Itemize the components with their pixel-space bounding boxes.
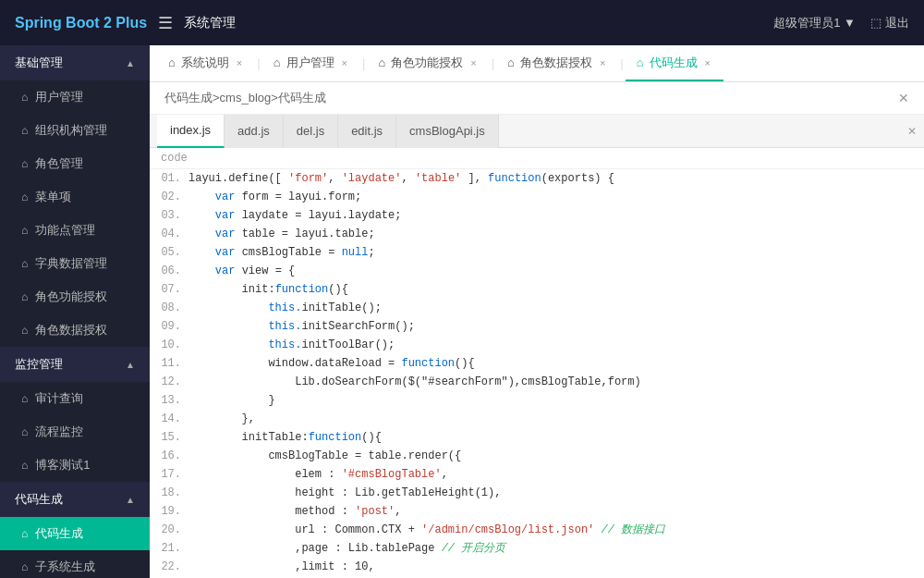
house-icon: ⌂ [21,392,28,405]
sidebar-group-basic-label: 基础管理 [15,55,63,71]
logout-button[interactable]: ⬚ 退出 [870,15,909,31]
file-tab-edit-label: edit.js [351,124,383,138]
tab-user-icon: ⌂ [274,55,281,69]
sidebar-item-flow[interactable]: ⌂ 流程监控 [0,415,150,449]
line-content: layui.define([ 'form', 'laydate', 'table… [188,170,614,187]
breadcrumb-close-button[interactable]: ✕ [898,91,909,105]
tab-role-data-close[interactable]: × [598,56,607,69]
sidebar-group-basic[interactable]: 基础管理 ▲ [0,45,150,80]
line-content: var cmsBlogTable = null; [188,244,375,261]
menu-toggle-button[interactable]: ☰ [158,13,173,33]
line-content: cmsBlogTable = table.render({ [188,448,461,464]
sidebar-item-sub-sys[interactable]: ⌂ 子系统生成 [0,550,150,578]
tab-role-data-icon: ⌂ [507,55,515,69]
sidebar-group-codegen[interactable]: 代码生成 ▲ [0,482,150,517]
code-line: 14. }, [150,410,924,428]
code-line: 08. this.initTable(); [150,299,924,317]
sidebar-item-role-data[interactable]: ⌂ 角色数据授权 [0,314,150,347]
house-icon: ⌂ [21,124,28,137]
sidebar-item-role-mgmt[interactable]: ⌂ 角色管理 [0,147,150,180]
line-number: 13. [150,392,188,409]
tab-role-perm-close[interactable]: × [468,56,478,69]
line-content: initTable:function(){ [188,429,382,446]
file-tab-index[interactable]: index.js [157,115,225,148]
line-content: var view = { [188,263,295,279]
sidebar-item-sub-sys-label: 子系统生成 [35,559,95,575]
line-number: 02. [150,189,188,205]
line-number: 21. [150,540,188,557]
sidebar-item-dict-mgmt[interactable]: ⌂ 字典数据管理 [0,247,150,280]
user-menu-button[interactable]: 超级管理员1 ▼ [773,15,856,31]
line-number: 04. [150,226,188,242]
code-line: 07. init:function(){ [150,280,924,299]
sidebar-group-monitor[interactable]: 监控管理 ▲ [0,347,150,382]
line-content: init:function(){ [188,281,348,298]
line-number: 07. [150,281,188,298]
sidebar-item-blog-test[interactable]: ⌂ 博客测试1 [0,449,150,482]
line-number: 22. [150,559,188,575]
file-tab-add[interactable]: add.js [225,115,284,148]
tab-intro[interactable]: ⌂ 系统说明 × [157,45,255,81]
code-line: 16. cmsBlogTable = table.render({ [150,447,924,465]
code-line: 06. var view = { [150,262,924,280]
code-line: 10. this.initToolBar(); [150,336,924,354]
code-header-label: code [150,148,924,169]
code-line: 11. window.dataReload = function(){ [150,354,924,373]
tab-role-data[interactable]: ⌂ 角色数据授权 × [496,45,618,81]
tab-role-perm[interactable]: ⌂ 角色功能授权 × [367,45,489,81]
house-icon: ⌂ [21,257,28,270]
house-icon: ⌂ [21,191,28,203]
line-content: }, [188,411,255,427]
sidebar-item-user-mgmt[interactable]: ⌂ 用户管理 [0,80,150,114]
file-tabs-close-button[interactable]: ✕ [907,125,917,138]
file-tab-edit[interactable]: edit.js [338,115,396,148]
sidebar: 基础管理 ▲ ⌂ 用户管理 ⌂ 组织机构管理 ⌂ 角色管理 ⌂ 菜单项 ⌂ 功能… [0,45,150,578]
house-icon: ⌂ [21,425,28,438]
topbar-nav-label: 系统管理 [184,15,236,31]
code-area[interactable]: code 01.layui.define([ 'form', 'laydate'… [150,148,924,578]
tab-user[interactable]: ⌂ 用户管理 × [262,45,360,81]
line-number: 01. [150,170,188,187]
sidebar-group-monitor-arrow: ▲ [126,360,135,370]
code-line: 19. method : 'post', [150,502,924,521]
sidebar-item-role-data-label: 角色数据授权 [35,322,107,338]
tab-codegen-close[interactable]: × [703,56,712,69]
sidebar-item-func-mgmt[interactable]: ⌂ 功能点管理 [0,214,150,247]
line-number: 03. [150,207,188,224]
line-content: elem : '#cmsBlogTable', [188,466,448,483]
tab-codegen[interactable]: ⌂ 代码生成 × [626,45,723,81]
house-icon: ⌂ [21,157,28,170]
tab-role-data-label: 角色数据授权 [520,55,592,71]
sidebar-item-menu-mgmt[interactable]: ⌂ 菜单项 [0,180,150,214]
file-tabs: index.js add.js del.js edit.js cmsBlogAp… [157,115,499,148]
code-line: 01.layui.define([ 'form', 'laydate', 'ta… [150,169,924,188]
file-tab-del[interactable]: del.js [284,115,338,148]
sidebar-item-role-perm[interactable]: ⌂ 角色功能授权 [0,280,150,314]
sidebar-item-org-mgmt[interactable]: ⌂ 组织机构管理 [0,114,150,147]
house-icon: ⌂ [21,560,28,573]
line-content: var form = layui.form; [188,189,361,205]
file-tab-api[interactable]: cmsBlogApi.js [396,115,499,148]
tab-user-close[interactable]: × [340,56,349,69]
file-tab-add-label: add.js [237,124,270,138]
tab-user-label: 用户管理 [286,55,334,71]
code-line: 20. url : Common.CTX + '/admin/cmsBlog/l… [150,521,924,539]
code-line: 05. var cmsBlogTable = null; [150,243,924,262]
tab-intro-close[interactable]: × [235,56,244,69]
line-content: var laydate = layui.laydate; [188,207,401,224]
code-line: 04. var table = layui.table; [150,225,924,243]
sidebar-item-audit[interactable]: ⌂ 审计查询 [0,382,150,415]
breadcrumb-bar: 代码生成>cms_blog>代码生成 ✕ [150,82,924,115]
line-number: 16. [150,448,188,464]
line-number: 14. [150,411,188,427]
sidebar-item-role-mgmt-label: 角色管理 [35,155,83,172]
line-number: 15. [150,429,188,446]
line-content: ,limit : 10, [188,559,375,575]
house-icon: ⌂ [21,459,28,472]
tab-role-perm-icon: ⌂ [378,55,385,69]
line-content: Lib.doSearchForm($("#searchForm"),cmsBlo… [188,374,641,390]
line-number: 20. [150,522,188,538]
tab-sep-3: | [492,56,494,70]
sidebar-item-code-gen[interactable]: ⌂ 代码生成 [0,517,150,550]
sidebar-item-org-mgmt-label: 组织机构管理 [35,122,107,139]
